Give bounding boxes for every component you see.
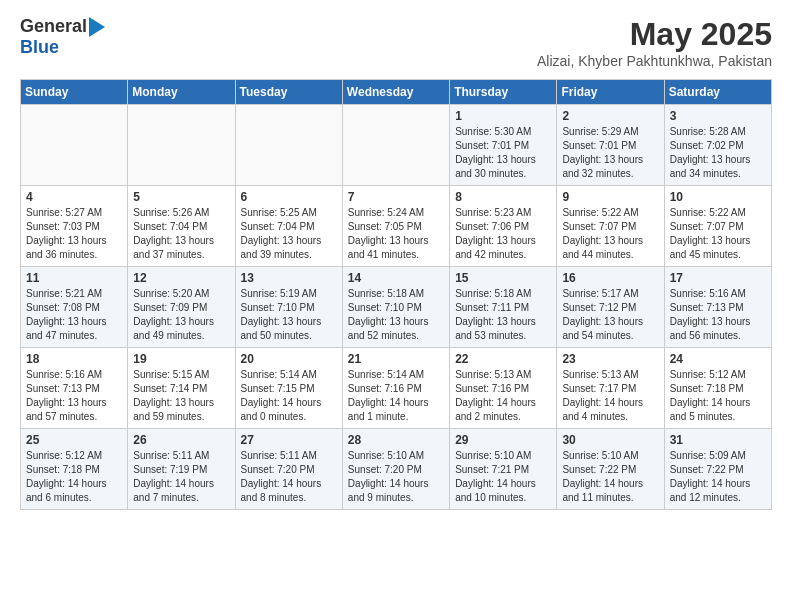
header-saturday: Saturday [664,80,771,105]
calendar-cell: 18Sunrise: 5:16 AM Sunset: 7:13 PM Dayli… [21,348,128,429]
calendar-cell: 6Sunrise: 5:25 AM Sunset: 7:04 PM Daylig… [235,186,342,267]
calendar-cell: 12Sunrise: 5:20 AM Sunset: 7:09 PM Dayli… [128,267,235,348]
calendar-cell [342,105,449,186]
calendar-cell [128,105,235,186]
logo-text: General [20,16,105,37]
day-number: 31 [670,433,766,447]
day-number: 3 [670,109,766,123]
calendar-cell: 19Sunrise: 5:15 AM Sunset: 7:14 PM Dayli… [128,348,235,429]
day-number: 20 [241,352,337,366]
day-number: 13 [241,271,337,285]
day-info: Sunrise: 5:22 AM Sunset: 7:07 PM Dayligh… [670,206,766,262]
day-number: 12 [133,271,229,285]
day-number: 6 [241,190,337,204]
day-info: Sunrise: 5:13 AM Sunset: 7:17 PM Dayligh… [562,368,658,424]
day-number: 1 [455,109,551,123]
header-row: Sunday Monday Tuesday Wednesday Thursday… [21,80,772,105]
day-info: Sunrise: 5:16 AM Sunset: 7:13 PM Dayligh… [26,368,122,424]
day-info: Sunrise: 5:15 AM Sunset: 7:14 PM Dayligh… [133,368,229,424]
calendar-cell: 8Sunrise: 5:23 AM Sunset: 7:06 PM Daylig… [450,186,557,267]
day-info: Sunrise: 5:10 AM Sunset: 7:22 PM Dayligh… [562,449,658,505]
day-info: Sunrise: 5:29 AM Sunset: 7:01 PM Dayligh… [562,125,658,181]
day-number: 2 [562,109,658,123]
day-info: Sunrise: 5:14 AM Sunset: 7:15 PM Dayligh… [241,368,337,424]
day-info: Sunrise: 5:27 AM Sunset: 7:03 PM Dayligh… [26,206,122,262]
day-number: 10 [670,190,766,204]
logo-blue: Blue [20,37,59,58]
header-sunday: Sunday [21,80,128,105]
day-number: 24 [670,352,766,366]
calendar-cell: 16Sunrise: 5:17 AM Sunset: 7:12 PM Dayli… [557,267,664,348]
calendar-cell: 2Sunrise: 5:29 AM Sunset: 7:01 PM Daylig… [557,105,664,186]
calendar-cell: 29Sunrise: 5:10 AM Sunset: 7:21 PM Dayli… [450,429,557,510]
day-info: Sunrise: 5:11 AM Sunset: 7:19 PM Dayligh… [133,449,229,505]
calendar-header: Sunday Monday Tuesday Wednesday Thursday… [21,80,772,105]
day-number: 4 [26,190,122,204]
title-block: May 2025 Alizai, Khyber Pakhtunkhwa, Pak… [537,16,772,69]
calendar-cell: 13Sunrise: 5:19 AM Sunset: 7:10 PM Dayli… [235,267,342,348]
day-info: Sunrise: 5:28 AM Sunset: 7:02 PM Dayligh… [670,125,766,181]
day-info: Sunrise: 5:26 AM Sunset: 7:04 PM Dayligh… [133,206,229,262]
week-row-2: 4Sunrise: 5:27 AM Sunset: 7:03 PM Daylig… [21,186,772,267]
calendar-cell: 20Sunrise: 5:14 AM Sunset: 7:15 PM Dayli… [235,348,342,429]
day-info: Sunrise: 5:12 AM Sunset: 7:18 PM Dayligh… [26,449,122,505]
day-info: Sunrise: 5:10 AM Sunset: 7:20 PM Dayligh… [348,449,444,505]
calendar-body: 1Sunrise: 5:30 AM Sunset: 7:01 PM Daylig… [21,105,772,510]
day-info: Sunrise: 5:21 AM Sunset: 7:08 PM Dayligh… [26,287,122,343]
day-number: 8 [455,190,551,204]
day-number: 28 [348,433,444,447]
header-thursday: Thursday [450,80,557,105]
day-info: Sunrise: 5:09 AM Sunset: 7:22 PM Dayligh… [670,449,766,505]
day-info: Sunrise: 5:14 AM Sunset: 7:16 PM Dayligh… [348,368,444,424]
week-row-1: 1Sunrise: 5:30 AM Sunset: 7:01 PM Daylig… [21,105,772,186]
day-info: Sunrise: 5:22 AM Sunset: 7:07 PM Dayligh… [562,206,658,262]
day-number: 11 [26,271,122,285]
day-number: 17 [670,271,766,285]
day-number: 29 [455,433,551,447]
calendar-cell: 15Sunrise: 5:18 AM Sunset: 7:11 PM Dayli… [450,267,557,348]
calendar-cell: 10Sunrise: 5:22 AM Sunset: 7:07 PM Dayli… [664,186,771,267]
calendar-cell: 1Sunrise: 5:30 AM Sunset: 7:01 PM Daylig… [450,105,557,186]
day-info: Sunrise: 5:30 AM Sunset: 7:01 PM Dayligh… [455,125,551,181]
calendar-cell: 27Sunrise: 5:11 AM Sunset: 7:20 PM Dayli… [235,429,342,510]
calendar-cell: 17Sunrise: 5:16 AM Sunset: 7:13 PM Dayli… [664,267,771,348]
day-info: Sunrise: 5:12 AM Sunset: 7:18 PM Dayligh… [670,368,766,424]
calendar-cell: 9Sunrise: 5:22 AM Sunset: 7:07 PM Daylig… [557,186,664,267]
month-year: May 2025 [537,16,772,53]
day-number: 23 [562,352,658,366]
calendar-table: Sunday Monday Tuesday Wednesday Thursday… [20,79,772,510]
day-info: Sunrise: 5:18 AM Sunset: 7:11 PM Dayligh… [455,287,551,343]
day-info: Sunrise: 5:23 AM Sunset: 7:06 PM Dayligh… [455,206,551,262]
calendar-cell: 28Sunrise: 5:10 AM Sunset: 7:20 PM Dayli… [342,429,449,510]
day-number: 22 [455,352,551,366]
page: General Blue May 2025 Alizai, Khyber Pak… [0,0,792,526]
day-number: 16 [562,271,658,285]
day-info: Sunrise: 5:20 AM Sunset: 7:09 PM Dayligh… [133,287,229,343]
calendar-cell: 31Sunrise: 5:09 AM Sunset: 7:22 PM Dayli… [664,429,771,510]
day-number: 21 [348,352,444,366]
calendar-cell: 30Sunrise: 5:10 AM Sunset: 7:22 PM Dayli… [557,429,664,510]
day-number: 25 [26,433,122,447]
day-info: Sunrise: 5:13 AM Sunset: 7:16 PM Dayligh… [455,368,551,424]
day-info: Sunrise: 5:18 AM Sunset: 7:10 PM Dayligh… [348,287,444,343]
week-row-3: 11Sunrise: 5:21 AM Sunset: 7:08 PM Dayli… [21,267,772,348]
day-number: 5 [133,190,229,204]
week-row-4: 18Sunrise: 5:16 AM Sunset: 7:13 PM Dayli… [21,348,772,429]
day-number: 15 [455,271,551,285]
day-info: Sunrise: 5:17 AM Sunset: 7:12 PM Dayligh… [562,287,658,343]
day-number: 18 [26,352,122,366]
calendar-cell: 25Sunrise: 5:12 AM Sunset: 7:18 PM Dayli… [21,429,128,510]
calendar-cell: 5Sunrise: 5:26 AM Sunset: 7:04 PM Daylig… [128,186,235,267]
day-info: Sunrise: 5:19 AM Sunset: 7:10 PM Dayligh… [241,287,337,343]
calendar-cell: 21Sunrise: 5:14 AM Sunset: 7:16 PM Dayli… [342,348,449,429]
calendar-cell [21,105,128,186]
day-number: 26 [133,433,229,447]
header-wednesday: Wednesday [342,80,449,105]
day-number: 27 [241,433,337,447]
day-info: Sunrise: 5:16 AM Sunset: 7:13 PM Dayligh… [670,287,766,343]
calendar-cell: 23Sunrise: 5:13 AM Sunset: 7:17 PM Dayli… [557,348,664,429]
day-info: Sunrise: 5:11 AM Sunset: 7:20 PM Dayligh… [241,449,337,505]
calendar-cell: 3Sunrise: 5:28 AM Sunset: 7:02 PM Daylig… [664,105,771,186]
calendar-cell: 24Sunrise: 5:12 AM Sunset: 7:18 PM Dayli… [664,348,771,429]
calendar-cell [235,105,342,186]
